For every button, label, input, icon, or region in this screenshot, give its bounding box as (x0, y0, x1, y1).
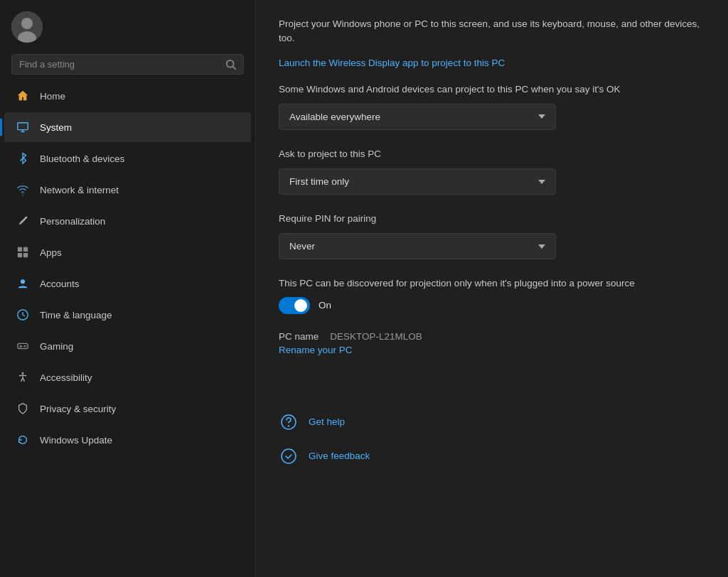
sidebar-item-time[interactable]: Time & language (4, 300, 251, 330)
svg-rect-7 (23, 253, 28, 257)
search-box[interactable] (11, 54, 244, 75)
personalization-icon (16, 214, 30, 228)
launch-link[interactable]: Launch the Wireless Display app to proje… (279, 58, 705, 68)
sidebar: Home System Bluetooth & devices Network … (0, 0, 256, 577)
sidebar-item-bluetooth[interactable]: Bluetooth & devices (4, 144, 251, 173)
svg-point-1 (21, 18, 33, 29)
apps-icon (16, 245, 30, 259)
svg-rect-10 (18, 343, 28, 348)
network-icon (16, 183, 30, 197)
svg-point-14 (282, 449, 296, 463)
project-label: Some Windows and Android devices can pro… (279, 82, 705, 97)
ask-label: Ask to project to this PC (279, 147, 705, 161)
sidebar-item-system[interactable]: System (4, 112, 251, 142)
svg-rect-4 (18, 247, 22, 252)
sidebar-item-gaming[interactable]: Gaming (4, 331, 251, 361)
give-feedback-label: Give feedback (309, 451, 370, 461)
power-toggle[interactable] (279, 297, 310, 314)
bottom-links: Get help Give feedback (279, 412, 705, 466)
svg-rect-5 (23, 247, 28, 252)
avatar (11, 11, 43, 43)
search-input[interactable] (19, 59, 220, 70)
rename-link[interactable]: Rename your PC (279, 345, 705, 355)
sidebar-item-personalization-label: Personalization (40, 216, 105, 227)
home-icon (16, 89, 30, 103)
pin-dropdown[interactable]: Never (279, 233, 556, 259)
sidebar-item-network[interactable]: Network & internet (4, 175, 251, 205)
sidebar-item-privacy[interactable]: Privacy & security (4, 394, 251, 424)
pin-label: Require PIN for pairing (279, 212, 705, 226)
sidebar-item-home-label: Home (40, 91, 65, 102)
pc-name-value: DESKTOP-L21MLOB (330, 331, 422, 342)
project-dropdown[interactable]: Available everywhere (279, 104, 556, 130)
sidebar-item-apps-label: Apps (40, 247, 62, 258)
sidebar-item-accounts[interactable]: Accounts (4, 269, 251, 298)
privacy-icon (16, 401, 30, 416)
give-feedback-link[interactable]: Give feedback (279, 446, 705, 466)
sidebar-item-gaming-label: Gaming (40, 341, 73, 352)
avatar-area (0, 6, 255, 54)
accessibility-icon (16, 370, 30, 384)
svg-point-11 (22, 372, 24, 374)
sidebar-item-accessibility-label: Accessibility (40, 372, 92, 383)
chevron-down-icon (538, 114, 545, 119)
pc-name-row: PC name DESKTOP-L21MLOB (279, 331, 705, 342)
project-section: Some Windows and Android devices can pro… (279, 82, 705, 130)
sidebar-item-update[interactable]: Windows Update (4, 425, 251, 455)
chevron-down-icon-2 (538, 180, 545, 184)
sidebar-item-accessibility[interactable]: Accessibility (4, 362, 251, 392)
svg-point-13 (289, 426, 289, 426)
pc-name-key: PC name (279, 331, 318, 342)
sidebar-item-personalization[interactable]: Personalization (4, 206, 251, 236)
svg-rect-3 (18, 123, 28, 130)
plug-section: This PC can be discovered for projection… (279, 276, 705, 313)
ask-dropdown[interactable]: First time only (279, 168, 556, 195)
plug-info-text: This PC can be discovered for projection… (279, 276, 705, 291)
main-content: Project your Windows phone or PC to this… (256, 0, 728, 577)
project-dropdown-value: Available everywhere (289, 112, 380, 122)
help-icon (279, 412, 299, 432)
get-help-label: Get help (309, 416, 345, 427)
sidebar-item-update-label: Windows Update (40, 435, 112, 446)
svg-point-8 (21, 279, 25, 284)
gaming-icon (16, 339, 30, 353)
accounts-icon (16, 276, 30, 291)
toggle-row: On (279, 297, 705, 314)
search-icon (226, 60, 236, 70)
sidebar-item-privacy-label: Privacy & security (40, 404, 116, 414)
svg-rect-6 (18, 253, 22, 257)
ask-section: Ask to project to this PC First time onl… (279, 147, 705, 195)
sidebar-item-system-label: System (40, 122, 72, 133)
ask-dropdown-value: First time only (289, 176, 349, 187)
sidebar-item-bluetooth-label: Bluetooth & devices (40, 153, 124, 164)
system-icon (16, 120, 30, 134)
toggle-label: On (318, 300, 331, 311)
sidebar-item-time-label: Time & language (40, 310, 112, 320)
pin-dropdown-value: Never (289, 241, 315, 252)
chevron-down-icon-3 (538, 244, 545, 249)
sidebar-item-network-label: Network & internet (40, 185, 119, 195)
update-icon (16, 433, 30, 447)
description-text: Project your Windows phone or PC to this… (279, 17, 705, 46)
time-icon (16, 308, 30, 322)
sidebar-item-accounts-label: Accounts (40, 279, 80, 289)
sidebar-item-apps[interactable]: Apps (4, 237, 251, 267)
get-help-link[interactable]: Get help (279, 412, 705, 432)
bluetooth-icon (16, 151, 30, 166)
feedback-icon (279, 446, 299, 466)
sidebar-item-home[interactable]: Home (4, 81, 251, 111)
pin-section: Require PIN for pairing Never (279, 212, 705, 259)
